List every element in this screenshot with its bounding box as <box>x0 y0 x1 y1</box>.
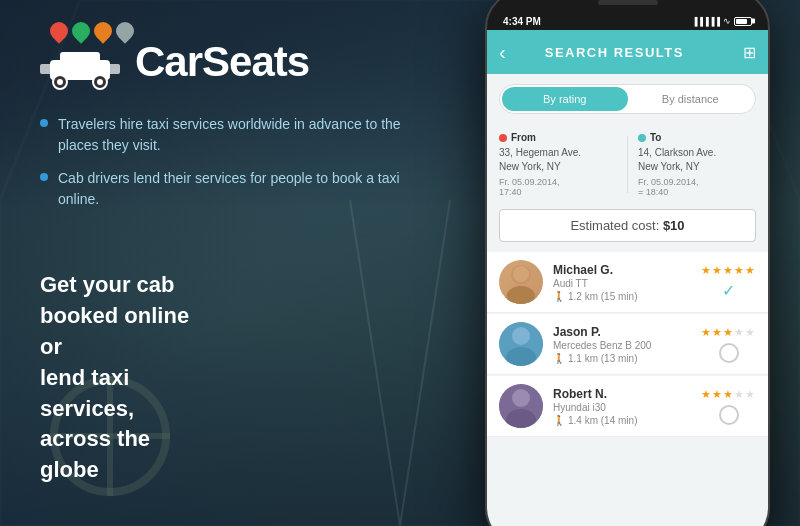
driver-radio-3[interactable] <box>719 405 739 425</box>
driver-info-2: Jason P. Mercedes Benz B 200 🚶 1.1 km (1… <box>553 325 701 364</box>
bullet-item-2: Cab drivers lend their services for peop… <box>40 168 420 210</box>
signal-icon: ▐▐▐▐▐ <box>692 17 720 26</box>
driver-stars-1: ★★★★★ <box>701 264 756 277</box>
driver-item-2[interactable]: Jason P. Mercedes Benz B 200 🚶 1.1 km (1… <box>487 314 768 375</box>
bullet-list: Travelers hire taxi services worldwide i… <box>40 114 420 222</box>
distance-text-3: 1.4 km (14 min) <box>568 415 637 426</box>
route-to-label: To <box>638 132 756 143</box>
bullet-dot-1 <box>40 119 48 127</box>
svg-rect-9 <box>108 64 120 74</box>
route-to-col: To 14, Clarkson Ave.New York, NY Fr. 05.… <box>638 132 756 197</box>
driver-stars-3: ★★★★★ <box>701 388 756 401</box>
svg-point-12 <box>513 266 529 282</box>
tab-by-distance[interactable]: By distance <box>628 87 754 111</box>
pin-gray <box>112 18 137 43</box>
walk-icon-3: 🚶 <box>553 415 565 426</box>
driver-distance-1: 🚶 1.2 km (15 min) <box>553 291 701 302</box>
logo-area: CarSeats <box>40 30 420 94</box>
car-logo-icon <box>40 40 120 90</box>
battery-icon <box>734 17 752 26</box>
driver-car-1: Audi TT <box>553 278 701 289</box>
driver-item-1[interactable]: Michael G. Audi TT 🚶 1.2 km (15 min) ★★★… <box>487 252 768 313</box>
driver-car-2: Mercedes Benz B 200 <box>553 340 701 351</box>
driver-selected-checkmark-1[interactable]: ✓ <box>722 281 735 300</box>
logo-title: CarSeats <box>135 38 309 86</box>
bullet-dot-2 <box>40 173 48 181</box>
pin-orange <box>90 18 115 43</box>
driver-name-2: Jason P. <box>553 325 701 339</box>
svg-point-15 <box>512 327 530 345</box>
to-pin-dot <box>638 134 646 142</box>
route-divider <box>627 136 628 193</box>
app-screen-title: SEARCH RESULTS <box>494 45 735 60</box>
driver-info-3: Robert N. Hyundai i30 🚶 1.4 km (14 min) <box>553 387 701 426</box>
driver-distance-3: 🚶 1.4 km (14 min) <box>553 415 701 426</box>
walk-icon-2: 🚶 <box>553 353 565 364</box>
walk-icon-1: 🚶 <box>553 291 565 302</box>
driver-name-3: Robert N. <box>553 387 701 401</box>
driver-item-3[interactable]: Robert N. Hyundai i30 🚶 1.4 km (14 min) … <box>487 376 768 437</box>
pin-green <box>68 18 93 43</box>
status-icons: ▐▐▐▐▐ ∿ <box>692 16 752 26</box>
driver-distance-2: 🚶 1.1 km (13 min) <box>553 353 701 364</box>
tab-by-rating[interactable]: By rating <box>502 87 628 111</box>
phone-speaker <box>598 0 658 5</box>
tab-switcher: By rating By distance <box>499 84 756 114</box>
svg-point-6 <box>57 79 63 85</box>
cost-label: Estimated cost: <box>570 218 659 233</box>
driver-avatar-1 <box>499 260 543 304</box>
from-address: 33, Hegeman Ave.New York, NY <box>499 146 617 174</box>
driver-avatar-3 <box>499 384 543 428</box>
app-content: ‹ SEARCH RESULTS ⊞ By rating By distance… <box>487 30 768 526</box>
to-label-text: To <box>650 132 661 143</box>
map-view-icon[interactable]: ⊞ <box>743 43 756 62</box>
driver-stars-2: ★★★★★ <box>701 326 756 339</box>
estimated-cost-box: Estimated cost: $10 <box>499 209 756 242</box>
phone-wrap: 4:34 PM ▐▐▐▐▐ ∿ ‹ SEARCH RESULTS ⊞ By ra… <box>485 0 770 526</box>
distance-text-1: 1.2 km (15 min) <box>568 291 637 302</box>
logo-pins <box>50 22 134 40</box>
from-pin-dot <box>499 134 507 142</box>
route-section: From 33, Hegeman Ave.New York, NY Fr. 05… <box>487 124 768 203</box>
svg-point-7 <box>97 79 103 85</box>
tagline: Get your cab booked online orlend taxi s… <box>40 270 190 486</box>
from-label-text: From <box>511 132 536 143</box>
route-from-col: From 33, Hegeman Ave.New York, NY Fr. 05… <box>499 132 617 197</box>
cost-amount: $10 <box>663 218 685 233</box>
driver-car-3: Hyundai i30 <box>553 402 701 413</box>
phone-notch <box>487 0 768 12</box>
svg-rect-8 <box>40 64 52 74</box>
driver-list: Michael G. Audi TT 🚶 1.2 km (15 min) ★★★… <box>487 248 768 442</box>
to-address: 14, Clarkson Ave.New York, NY <box>638 146 756 174</box>
left-panel: CarSeats Travelers hire taxi services wo… <box>0 0 460 526</box>
pin-red <box>46 18 71 43</box>
tagline-text: Get your cab booked online orlend taxi s… <box>40 270 190 486</box>
phone-status-bar: 4:34 PM ▐▐▐▐▐ ∿ <box>487 12 768 30</box>
distance-text-2: 1.1 km (13 min) <box>568 353 637 364</box>
app-header: ‹ SEARCH RESULTS ⊞ <box>487 30 768 74</box>
driver-info-1: Michael G. Audi TT 🚶 1.2 km (15 min) <box>553 263 701 302</box>
bullet-text-2: Cab drivers lend their services for peop… <box>58 168 420 210</box>
bullet-text-1: Travelers hire taxi services worldwide i… <box>58 114 420 156</box>
to-time: Fr. 05.09.2014,= 18:40 <box>638 177 756 197</box>
svg-point-18 <box>512 389 530 407</box>
logo-car-wrap <box>40 30 120 94</box>
wifi-icon: ∿ <box>723 16 731 26</box>
driver-radio-2[interactable] <box>719 343 739 363</box>
status-time: 4:34 PM <box>503 16 541 27</box>
driver-avatar-2 <box>499 322 543 366</box>
phone-mockup: 4:34 PM ▐▐▐▐▐ ∿ ‹ SEARCH RESULTS ⊞ By ra… <box>485 0 770 526</box>
battery-fill <box>736 19 747 24</box>
route-from-label: From <box>499 132 617 143</box>
driver-name-1: Michael G. <box>553 263 701 277</box>
from-time: Fr. 05.09.2014,17:40 <box>499 177 617 197</box>
bullet-item-1: Travelers hire taxi services worldwide i… <box>40 114 420 156</box>
svg-rect-3 <box>60 52 100 68</box>
